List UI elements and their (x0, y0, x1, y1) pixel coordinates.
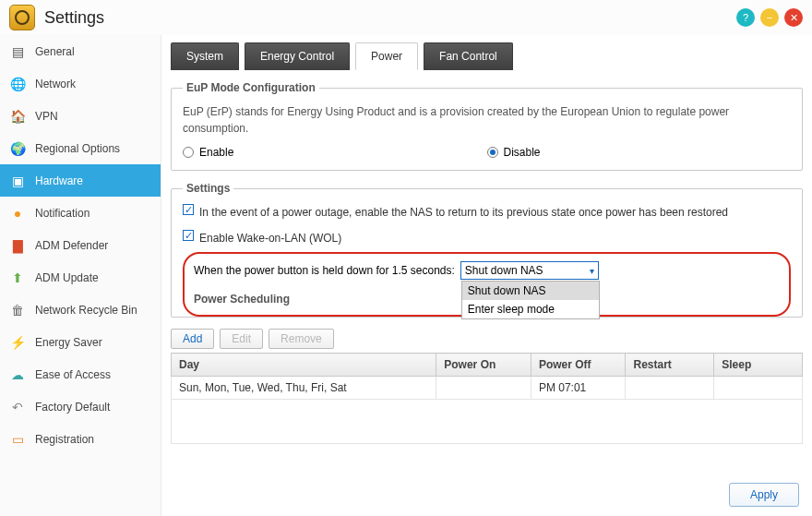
cell-restart (626, 377, 714, 400)
tab-energy-control[interactable]: Energy Control (245, 42, 350, 70)
apply-button[interactable]: Apply (729, 483, 799, 507)
table-header-row: Day Power On Power Off Restart Sleep (172, 354, 803, 377)
sidebar-item-label: VPN (35, 110, 58, 123)
tab-fan-control[interactable]: Fan Control (424, 42, 513, 70)
col-power-on[interactable]: Power On (436, 354, 531, 377)
settings-legend: Settings (183, 182, 233, 195)
sidebar-item-label: Factory Default (35, 401, 110, 414)
house-icon: 🏠 (9, 108, 26, 125)
wol-checkbox[interactable] (183, 230, 194, 241)
sidebar-item-label: Registration (35, 433, 94, 446)
power-scheduling-toolbar: Add Edit Remove (171, 329, 803, 349)
undo-icon: ↶ (9, 399, 26, 415)
sidebar-item-registration[interactable]: ▭ Registration (0, 423, 161, 455)
sidebar-item-label: Network (35, 78, 76, 90)
power-button-action-value: Shut down NAS (465, 264, 543, 277)
tab-strip: System Energy Control Power Fan Control (171, 42, 803, 70)
power-button-action-select[interactable]: Shut down NAS ▾ Shut down NAS Enter slee… (460, 261, 599, 280)
eup-enable-radio[interactable] (183, 147, 194, 158)
col-day[interactable]: Day (172, 354, 436, 377)
wol-label: Enable Wake-on-LAN (WOL) (199, 230, 341, 246)
eup-enable-label: Enable (199, 146, 233, 159)
form-icon: ▭ (9, 431, 26, 448)
close-button[interactable]: ✕ (784, 8, 803, 27)
tab-system[interactable]: System (171, 42, 239, 70)
sidebar-item-factory-default[interactable]: ↶ Factory Default (0, 390, 161, 423)
window-controls: ? − ✕ (736, 8, 803, 27)
sidebar-item-notification[interactable]: ● Notification (0, 197, 161, 229)
edit-button: Edit (220, 329, 263, 349)
sidebar-item-label: Notification (35, 207, 90, 220)
sidebar-item-label: General (35, 45, 75, 58)
content-pane: System Energy Control Power Fan Control … (161, 35, 812, 516)
settings-fieldset: Settings In the event of a power outage,… (171, 182, 803, 318)
firewall-icon: ▇ (9, 237, 26, 254)
remove-button: Remove (269, 329, 334, 349)
power-schedule-table: Day Power On Power Off Restart Sleep Sun… (171, 353, 803, 444)
sidebar-item-label: Energy Saver (35, 336, 102, 349)
cell-power-off: PM 07:01 (531, 377, 626, 400)
eup-disable-label: Disable (504, 146, 541, 159)
option-enter-sleep-mode[interactable]: Enter sleep mode (462, 300, 599, 318)
sidebar-item-recycle-bin[interactable]: 🗑 Network Recycle Bin (0, 294, 161, 326)
col-restart[interactable]: Restart (626, 354, 714, 377)
eup-disable-radio[interactable] (487, 147, 498, 158)
power-button-action-dropdown: Shut down NAS Enter sleep mode (461, 281, 600, 319)
power-button-hold-label: When the power button is held down for 1… (194, 264, 455, 277)
sidebar-item-label: Ease of Access (35, 368, 111, 381)
cell-power-on (436, 377, 531, 400)
cell-sleep (714, 377, 803, 400)
settings-app-icon (9, 5, 35, 30)
power-outage-label: In the event of a power outage, enable t… (199, 204, 728, 221)
window-title: Settings (44, 8, 736, 28)
sidebar-item-network[interactable]: 🌐 Network (0, 67, 161, 100)
highlighted-region: When the power button is held down for 1… (183, 252, 791, 317)
eup-legend: EuP Mode Configuration (183, 81, 319, 94)
tab-power[interactable]: Power (355, 42, 418, 70)
trash-icon: 🗑 (9, 302, 26, 318)
chevron-down-icon: ▾ (590, 266, 594, 276)
cloud-download-icon: ☁ (9, 366, 26, 383)
help-button[interactable]: ? (736, 8, 755, 27)
sidebar-item-ease-of-access[interactable]: ☁ Ease of Access (0, 358, 161, 390)
sidebar-item-general[interactable]: ▤ General (0, 35, 161, 67)
table-row[interactable]: Sun, Mon, Tue, Wed, Thu, Fri, Sat PM 07:… (172, 377, 803, 400)
minimize-button[interactable]: − (760, 8, 779, 27)
sidebar-item-adm-defender[interactable]: ▇ ADM Defender (0, 229, 161, 261)
sidebar: ▤ General 🌐 Network 🏠 VPN 🌍 Regional Opt… (0, 35, 161, 516)
col-power-off[interactable]: Power Off (531, 354, 626, 377)
sidebar-item-label: Regional Options (35, 142, 120, 155)
power-outage-checkbox[interactable] (183, 204, 194, 215)
table-empty-space (172, 400, 803, 444)
sidebar-item-vpn[interactable]: 🏠 VPN (0, 100, 161, 132)
sidebar-item-hardware[interactable]: ▣ Hardware (0, 164, 161, 197)
bolt-icon: ⚡ (9, 334, 26, 351)
upload-icon: ⬆ (9, 270, 26, 286)
title-bar: Settings ? − ✕ (0, 0, 812, 35)
globe-pin-icon: 🌍 (9, 140, 26, 157)
add-button[interactable]: Add (171, 329, 214, 349)
alert-icon: ● (9, 205, 26, 222)
sidebar-item-label: ADM Defender (35, 239, 108, 252)
globe-icon: 🌐 (9, 76, 26, 92)
eup-description: EuP (ErP) stands for Energy Using Produc… (183, 103, 791, 137)
option-shut-down-nas[interactable]: Shut down NAS (462, 282, 599, 300)
sidebar-item-label: Hardware (35, 174, 83, 187)
sliders-icon: ▤ (9, 43, 26, 60)
sidebar-item-label: ADM Update (35, 271, 99, 284)
col-sleep[interactable]: Sleep (714, 354, 803, 377)
sidebar-item-energy-saver[interactable]: ⚡ Energy Saver (0, 326, 161, 358)
sidebar-item-regional[interactable]: 🌍 Regional Options (0, 132, 161, 164)
cell-day: Sun, Mon, Tue, Wed, Thu, Fri, Sat (172, 377, 436, 400)
eup-fieldset: EuP Mode Configuration EuP (ErP) stands … (171, 81, 803, 171)
sidebar-item-label: Network Recycle Bin (35, 304, 137, 317)
sidebar-item-adm-update[interactable]: ⬆ ADM Update (0, 261, 161, 294)
chip-icon: ▣ (9, 173, 26, 189)
